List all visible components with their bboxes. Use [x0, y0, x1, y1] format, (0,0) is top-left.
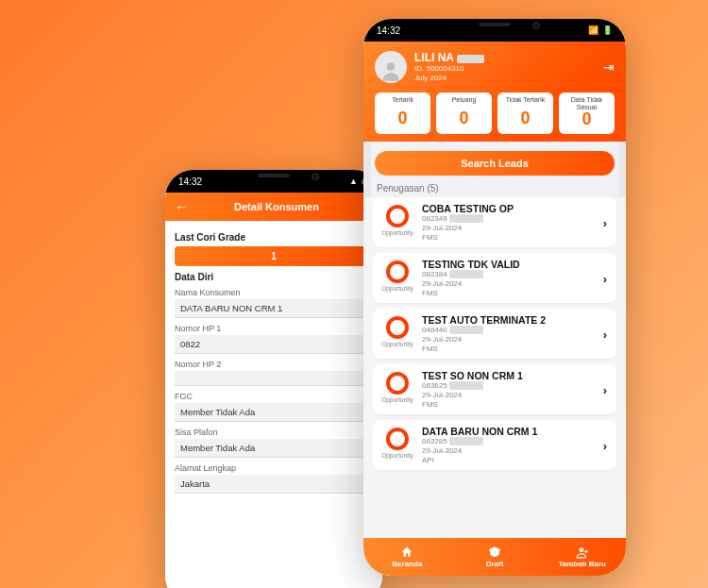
status-time: 14:32: [178, 176, 202, 187]
profile-text: LILI NA xx ID. 500004310 July 2024: [414, 51, 484, 82]
label-fgc: FGC: [175, 392, 373, 401]
grade-label: Last Cori Grade: [175, 232, 373, 243]
nav-draft[interactable]: Draft: [451, 538, 539, 576]
leads-list[interactable]: Opportunity COBA TESTING OP 082348 xxxx …: [363, 197, 626, 538]
notch: [236, 170, 312, 183]
profile-period: July 2024: [414, 74, 484, 83]
chevron-right-icon: ›: [601, 328, 609, 342]
value-hp1[interactable]: 0822: [175, 335, 373, 354]
phone-detail-konsumen: 14:32 ▲◉ ← Detail Konsumen Last Cori Gra…: [165, 170, 382, 588]
section-data-diri: Data Diri: [175, 272, 373, 282]
detail-title: Detail Konsumen: [180, 201, 373, 212]
status-icons: 📶🔋: [588, 25, 613, 35]
redacted: xx: [457, 55, 484, 63]
ring-icon: [386, 260, 409, 283]
stat-tertarik[interactable]: Tertarik0: [375, 92, 430, 134]
stat-row: Tertarik0 Peluang0 Tidak Tertarik0 Data …: [375, 92, 615, 134]
list-item[interactable]: Opportunity COBA TESTING OP 082348 xxxx …: [373, 197, 616, 247]
notch: [457, 19, 532, 32]
person-icon: [379, 59, 403, 83]
logout-icon[interactable]: ⇥: [603, 59, 615, 75]
item-title: TEST AUTO TERMINATE 2: [422, 314, 594, 326]
label-plafon: Sisa Plafon: [175, 428, 373, 437]
ring-icon: [386, 316, 409, 339]
value-alamat[interactable]: Jakarta: [175, 475, 373, 494]
svg-point-0: [387, 62, 396, 71]
stat-data-tidak-sesuai[interactable]: Data Tidak Sesuai0: [559, 92, 615, 134]
label-hp1: Nomor HP 1: [175, 324, 373, 333]
list-item[interactable]: Opportunity DATA BARU NON CRM 1 082285 x…: [373, 420, 616, 470]
person-add-icon: [576, 546, 589, 559]
detail-body: Last Cori Grade 1 Data Diri Nama Konsume…: [165, 221, 382, 588]
item-title: COBA TESTING OP: [422, 203, 594, 214]
label-nama: Nama Konsumen: [175, 288, 373, 297]
phone-dashboard: 14:32 📶🔋 LILI NA xx ID. 500004310 July 2…: [363, 19, 626, 576]
nav-tambah-baru[interactable]: Tambah Baru: [538, 538, 626, 576]
value-plafon[interactable]: Member Tidak Ada: [175, 439, 373, 458]
chevron-right-icon: ›: [601, 439, 609, 453]
list-item[interactable]: Opportunity TEST SO NON CRM 1 083625 xxx…: [373, 364, 616, 414]
list-header: Penugasan (5): [363, 181, 626, 197]
status-bar: 14:32 ▲◉: [165, 170, 382, 193]
chevron-right-icon: ›: [601, 383, 609, 397]
status-bar: 14:32 📶🔋: [363, 19, 626, 42]
chevron-right-icon: ›: [601, 272, 609, 286]
stat-tidak-tertarik[interactable]: Tidak Tertarik0: [497, 92, 553, 134]
item-title: DATA BARU NON CRM 1: [422, 426, 594, 437]
search-leads-button[interactable]: Search Leads: [375, 151, 615, 176]
avatar[interactable]: [375, 51, 407, 83]
ring-icon: [386, 372, 409, 395]
list-item[interactable]: Opportunity TEST AUTO TERMINATE 2 046440…: [373, 309, 616, 359]
ring-icon: [386, 205, 409, 227]
list-item[interactable]: Opportunity TESTING TDK VALID 082384 xxx…: [373, 253, 616, 303]
item-title: TEST SO NON CRM 1: [422, 370, 594, 381]
value-nama[interactable]: DATA BARU NON CRM 1: [175, 299, 373, 318]
value-fgc[interactable]: Member Tidak Ada: [175, 403, 373, 422]
value-hp2[interactable]: [175, 371, 373, 386]
ring-icon: [386, 428, 409, 450]
chevron-right-icon: ›: [601, 216, 609, 230]
bottom-nav: Beranda Draft Tambah Baru: [363, 538, 626, 576]
svg-point-1: [579, 547, 583, 552]
label-hp2: Nomor HP 2: [175, 360, 373, 369]
item-title: TESTING TDK VALID: [422, 259, 594, 270]
home-icon: [400, 546, 413, 559]
detail-header: ← Detail Konsumen: [165, 193, 382, 221]
nav-beranda[interactable]: Beranda: [363, 538, 451, 576]
profile-row: LILI NA xx ID. 500004310 July 2024 ⇥: [375, 51, 615, 83]
profile-name: LILI NA: [414, 51, 454, 64]
profile-id: ID. 500004310: [414, 64, 484, 74]
dashboard-header: LILI NA xx ID. 500004310 July 2024 ⇥ Ter…: [363, 42, 626, 142]
label-alamat: Alamat Lengkap: [175, 463, 373, 473]
box-icon: [488, 546, 501, 559]
stat-peluang[interactable]: Peluang0: [436, 92, 492, 134]
grade-value: 1: [175, 246, 373, 266]
status-time: 14:32: [377, 25, 400, 36]
